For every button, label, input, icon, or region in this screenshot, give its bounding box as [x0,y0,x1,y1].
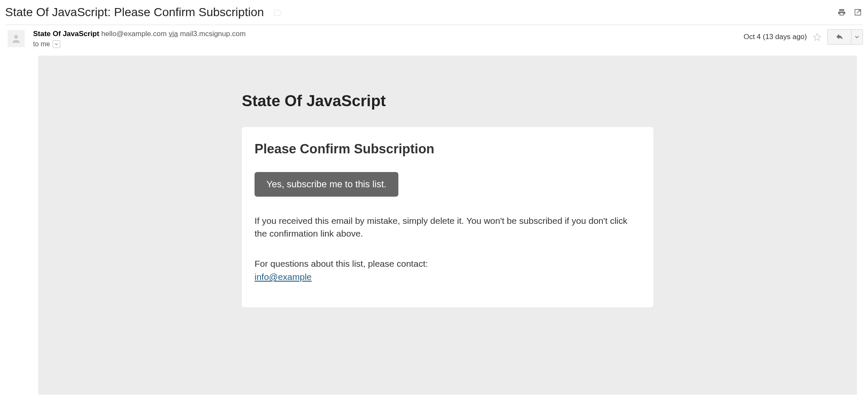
svg-point-0 [14,35,18,39]
sender-avatar[interactable] [8,30,25,47]
show-details-button[interactable] [53,40,60,48]
from-line: State Of JavaScript hello@example.com vi… [33,29,744,39]
card-title: Please Confirm Subscription [255,141,641,157]
label-icon[interactable] [273,8,283,17]
print-icon[interactable] [837,7,847,17]
divider [5,25,863,25]
sender-name[interactable]: State Of JavaScript [33,30,99,38]
reply-button[interactable] [827,29,851,45]
star-icon[interactable] [812,32,822,42]
sender-address: hello@example.com [101,30,167,38]
email-date: Oct 4 (13 days ago) [744,33,807,41]
email-subject: State Of JavaScript: Please Confirm Subs… [5,6,264,19]
content-card: Please Confirm Subscription Yes, subscri… [242,127,653,308]
more-actions-button[interactable] [851,29,863,45]
mistake-text: If you received this email by mistake, s… [255,214,641,240]
open-new-window-icon[interactable] [853,7,863,17]
via-host: mail3.mcsignup.com [180,30,246,38]
brand-heading: State Of JavaScript [242,92,653,110]
via-label: via [169,30,178,38]
email-body: State Of JavaScript Please Confirm Subsc… [38,56,857,395]
recipient-label: to me [33,40,50,48]
subscribe-button[interactable]: Yes, subscribe me to this list. [255,172,398,197]
contact-email-link[interactable]: info@example [255,272,312,282]
questions-text: For questions about this list, please co… [255,257,641,270]
